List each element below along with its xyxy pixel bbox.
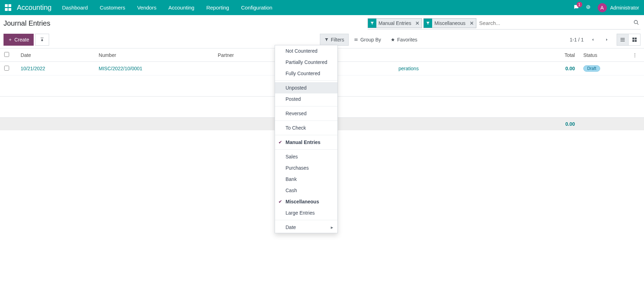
- menu-item[interactable]: Dashboard: [62, 5, 88, 11]
- filter-option[interactable]: Partially Countered: [275, 57, 337, 68]
- filter-option-label: Partially Countered: [286, 59, 327, 65]
- filters-button[interactable]: Filters: [320, 34, 349, 46]
- favorites-label: Favorites: [397, 37, 417, 43]
- apps-icon[interactable]: [5, 4, 12, 11]
- filters-label: Filters: [331, 37, 344, 43]
- kanban-view-button[interactable]: [629, 34, 640, 46]
- list-view-button[interactable]: [617, 34, 629, 46]
- filter-option[interactable]: Not Countered: [275, 45, 337, 57]
- dropdown-separator: [275, 106, 337, 106]
- status-badge: Draft: [583, 65, 600, 72]
- row-checkbox[interactable]: [4, 66, 9, 71]
- filter-option[interactable]: To Check: [275, 122, 337, 130]
- filter-option[interactable]: Posted: [275, 93, 337, 105]
- user-menu[interactable]: A Administrator: [598, 3, 639, 12]
- messages-badge: 1: [577, 2, 582, 7]
- dropdown-separator: [275, 80, 337, 81]
- group-by-label: Group By: [360, 37, 381, 43]
- filter-option[interactable]: Unposted: [275, 82, 337, 93]
- control-panel: Journal Entries Manual Entries ✕ Miscell…: [0, 15, 644, 48]
- col-status[interactable]: Status: [579, 48, 629, 62]
- menu-item[interactable]: Vendors: [137, 5, 156, 11]
- create-button-label: Create: [14, 37, 29, 43]
- pager: 1-1 / 1: [570, 35, 612, 45]
- favorites-button[interactable]: Favorites: [386, 34, 422, 46]
- menu-item[interactable]: Accounting: [168, 5, 194, 11]
- page-title: Journal Entries: [4, 19, 50, 27]
- search-facet: Manual Entries ✕: [368, 18, 422, 28]
- col-date[interactable]: Date: [16, 48, 94, 62]
- search-input[interactable]: [478, 20, 632, 26]
- filter-option-label: Not Countered: [286, 48, 317, 54]
- search-bar[interactable]: Manual Entries ✕ Miscellaneous ✕: [368, 17, 640, 30]
- facet-remove-icon[interactable]: ✕: [468, 20, 476, 26]
- search-icon[interactable]: [633, 20, 639, 26]
- pager-range: 1-1 / 1: [570, 37, 584, 43]
- filter-option-label: Fully Countered: [286, 71, 320, 76]
- dropdown-separator: [275, 120, 337, 121]
- activities-icon[interactable]: [586, 5, 591, 11]
- filter-option-label: Unposted: [286, 85, 307, 91]
- app-brand[interactable]: Accounting: [17, 4, 52, 12]
- pager-next-icon[interactable]: [602, 35, 612, 45]
- filter-icon: [424, 19, 432, 28]
- cell-number[interactable]: MISC/2022/10/0001: [94, 62, 214, 76]
- export-button[interactable]: [35, 34, 49, 46]
- col-journal[interactable]: [394, 48, 493, 62]
- filter-option-label: Posted: [286, 96, 301, 102]
- create-button[interactable]: Create: [4, 34, 34, 46]
- filter-option-label: To Check: [286, 125, 306, 130]
- filter-option-label: Reversed: [286, 111, 307, 116]
- filter-option[interactable]: Fully Countered: [275, 68, 337, 79]
- top-navbar: Accounting DashboardCustomersVendorsAcco…: [0, 0, 644, 15]
- cell-journal[interactable]: perations: [394, 62, 493, 76]
- messages-icon[interactable]: 1: [574, 5, 579, 11]
- cell-status: Draft: [579, 62, 629, 76]
- facet-label: Miscellaneous: [432, 20, 468, 26]
- group-by-button[interactable]: Group By: [349, 34, 385, 46]
- search-toolbar: Filters Group By Favorites: [320, 34, 422, 46]
- user-avatar: A: [598, 3, 607, 12]
- col-partner[interactable]: Partner: [214, 48, 275, 62]
- main-menu: DashboardCustomersVendorsAccountingRepor…: [62, 5, 272, 11]
- col-total[interactable]: Total: [493, 48, 579, 62]
- cell-total: 0.00: [493, 62, 579, 76]
- facet-label: Manual Entries: [376, 20, 413, 26]
- view-switcher: [617, 34, 640, 46]
- search-facet: Miscellaneous ✕: [423, 18, 476, 28]
- filters-dropdown: Not CounteredPartially CounteredFully Co…: [275, 45, 338, 130]
- menu-item[interactable]: Customers: [100, 5, 125, 11]
- filter-option[interactable]: Reversed: [275, 108, 337, 119]
- filter-icon: [368, 19, 376, 28]
- facet-remove-icon[interactable]: ✕: [413, 20, 422, 26]
- cell-partner: [214, 62, 275, 76]
- col-number[interactable]: Number: [94, 48, 214, 62]
- columns-options-icon[interactable]: ⋮: [628, 48, 644, 62]
- user-name-label: Administrator: [610, 5, 639, 11]
- menu-item[interactable]: Configuration: [241, 5, 272, 11]
- pager-prev-icon[interactable]: [588, 35, 598, 45]
- totals-total: 0.00: [493, 118, 579, 131]
- menu-item[interactable]: Reporting: [206, 5, 229, 11]
- cell-date[interactable]: 10/21/2022: [16, 62, 94, 76]
- select-all-checkbox[interactable]: [4, 52, 9, 57]
